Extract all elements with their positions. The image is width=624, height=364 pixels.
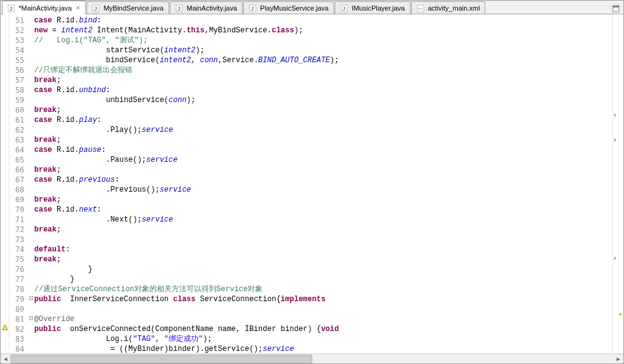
code-line[interactable]: .Previous();service: [34, 185, 612, 195]
line-number: 82: [9, 324, 24, 334]
line-number: 59: [9, 95, 24, 105]
line-number: 70: [9, 205, 24, 215]
overview-change-mark: [614, 139, 616, 141]
java-file-icon: J: [7, 4, 16, 12]
code-line[interactable]: .Next();service: [34, 215, 612, 225]
line-number: 84: [9, 344, 24, 353]
svg-text:J: J: [9, 6, 12, 12]
code-line[interactable]: Log.i("TAG", "绑定成功");: [34, 334, 612, 344]
code-line[interactable]: [34, 235, 612, 245]
line-number: 79: [9, 294, 24, 304]
code-line[interactable]: case R.id.unbind:: [34, 85, 612, 95]
tab-playmusicservice[interactable]: J PlayMusicService.java: [243, 1, 334, 14]
code-line[interactable]: case R.id.bind:: [34, 16, 612, 26]
warning-marker-icon[interactable]: [2, 324, 8, 330]
code-line[interactable]: case R.id.pause:: [34, 145, 612, 155]
scrollbar-track[interactable]: [11, 354, 613, 364]
tab-activity-main-xml[interactable]: <> activity_main.xml: [411, 1, 486, 14]
code-line[interactable]: break;: [34, 135, 612, 145]
editor-container: J *MainActivity.java ✕ J MyBindService.j…: [0, 0, 624, 364]
fold-toggle-icon[interactable]: ⊟: [28, 296, 34, 301]
java-file-icon: J: [92, 4, 101, 12]
line-number: 75: [9, 254, 24, 264]
code-line[interactable]: // Log.i("TAG", "测试");: [34, 35, 612, 45]
code-line[interactable]: break;: [34, 165, 612, 175]
line-number: 52: [9, 26, 24, 35]
tab-label: MyBindService.java: [103, 4, 164, 12]
folding-ruler[interactable]: ⊟ ⊟: [28, 14, 34, 353]
svg-text:J: J: [94, 6, 97, 12]
line-number: 61: [9, 115, 24, 125]
code-line[interactable]: default:: [34, 245, 612, 254]
scroll-left-icon[interactable]: ◄: [1, 354, 11, 364]
code-line[interactable]: break;: [34, 225, 612, 235]
code-line[interactable]: @Override: [34, 314, 612, 324]
overview-change-mark: [614, 257, 616, 259]
overview-ruler[interactable]: [612, 14, 623, 353]
code-line[interactable]: //只绑定不解绑就退出会报错: [34, 65, 612, 75]
line-number: 62: [9, 125, 24, 135]
overview-warning-mark[interactable]: [619, 313, 622, 315]
line-number: 78: [9, 284, 24, 294]
code-line[interactable]: }: [34, 264, 612, 274]
tab-label: IMusicPlayer.java: [352, 4, 405, 12]
tab-mybindservice[interactable]: J MyBindService.java: [86, 1, 169, 14]
code-line[interactable]: .Play();service: [34, 125, 612, 135]
code-line[interactable]: new = intent2 Intent(MainActivity.this,M…: [34, 26, 612, 35]
line-number: 56: [9, 65, 24, 75]
code-line[interactable]: unbindService(conn);: [34, 95, 612, 105]
xml-file-icon: <>: [417, 4, 426, 12]
tab-imusicplayer[interactable]: J IMusicPlayer.java: [335, 1, 411, 14]
svg-marker-14: [2, 325, 7, 330]
line-number: 51: [9, 16, 24, 26]
code-line[interactable]: startService(intent2);: [34, 45, 612, 55]
scrollbar-thumb[interactable]: [11, 355, 312, 363]
code-line[interactable]: .Pause();service: [34, 155, 612, 165]
code-line[interactable]: public onServiceConnected(ComponentName …: [34, 324, 612, 334]
code-text-area[interactable]: case R.id.bind: new = intent2 Intent(Mai…: [34, 14, 612, 353]
line-number: 66: [9, 165, 24, 175]
line-number: 71: [9, 215, 24, 225]
line-number: 67: [9, 175, 24, 185]
line-number: 72: [9, 225, 24, 235]
java-file-icon: J: [340, 4, 349, 12]
tab-label: *MainActivity.java: [19, 4, 72, 12]
svg-text:J: J: [251, 6, 254, 12]
scroll-right-icon[interactable]: ►: [613, 354, 623, 364]
code-line[interactable]: = ((MyBinder)binder).getService();servic…: [34, 344, 612, 353]
java-file-icon: J: [175, 4, 184, 12]
editor-area: 5152535455565758596061626364656667686970…: [1, 14, 623, 353]
tab-label: PlayMusicService.java: [260, 4, 328, 12]
line-number-gutter[interactable]: 5152535455565758596061626364656667686970…: [9, 14, 28, 353]
maximize-icon[interactable]: [611, 4, 621, 14]
fold-toggle-icon[interactable]: ⊟: [28, 315, 34, 321]
tab-label: activity_main.xml: [428, 4, 480, 12]
line-number: 57: [9, 75, 24, 85]
code-line[interactable]: bindService(intent2, conn,Service.BIND_A…: [34, 55, 612, 65]
line-number: 77: [9, 274, 24, 284]
svg-rect-13: [613, 6, 619, 7]
code-line[interactable]: break;: [34, 254, 612, 264]
code-line[interactable]: }: [34, 274, 612, 284]
code-line[interactable]: case R.id.next:: [34, 205, 612, 215]
tab-mainactivity-2[interactable]: J MainActivity.java: [170, 1, 243, 14]
code-line[interactable]: break;: [34, 195, 612, 205]
code-line[interactable]: break;: [34, 75, 612, 85]
code-line[interactable]: case R.id.previous:: [34, 175, 612, 185]
line-number: 74: [9, 245, 24, 254]
code-line[interactable]: case R.id.play:: [34, 115, 612, 125]
svg-text:J: J: [177, 6, 180, 12]
horizontal-scrollbar[interactable]: ◄ ►: [1, 353, 623, 363]
line-number: 54: [9, 45, 24, 55]
close-tab-icon[interactable]: ✕: [75, 4, 80, 11]
code-line[interactable]: //通过ServiceConnection对象的相关方法可以得到Service对…: [34, 284, 612, 294]
left-annotation-ruler[interactable]: [1, 14, 9, 353]
code-line[interactable]: [34, 304, 612, 314]
line-number: 60: [9, 105, 24, 115]
tab-main-activity-active[interactable]: J *MainActivity.java ✕: [2, 1, 86, 14]
line-number: 65: [9, 155, 24, 165]
code-line[interactable]: break;: [34, 105, 612, 115]
code-line[interactable]: public InnerServiceConnection class Serv…: [34, 294, 612, 304]
tab-bar: J *MainActivity.java ✕ J MyBindService.j…: [1, 1, 623, 14]
line-number: 53: [9, 35, 24, 45]
